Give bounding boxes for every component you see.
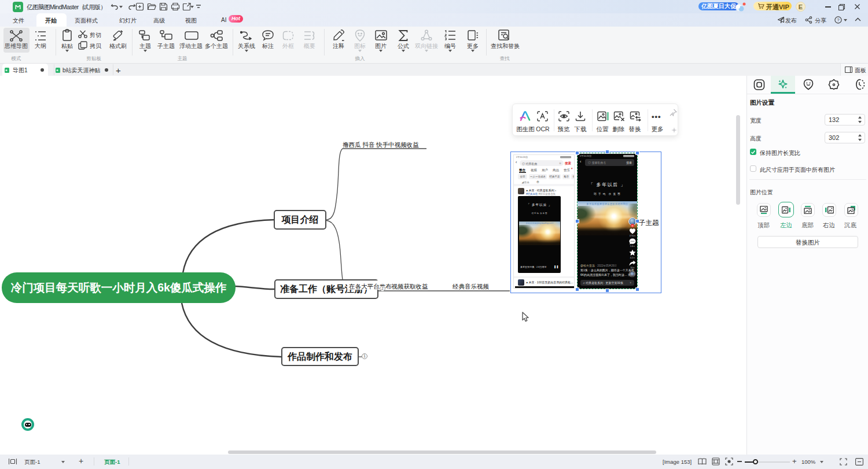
svg-text:?: ? bbox=[837, 17, 840, 23]
